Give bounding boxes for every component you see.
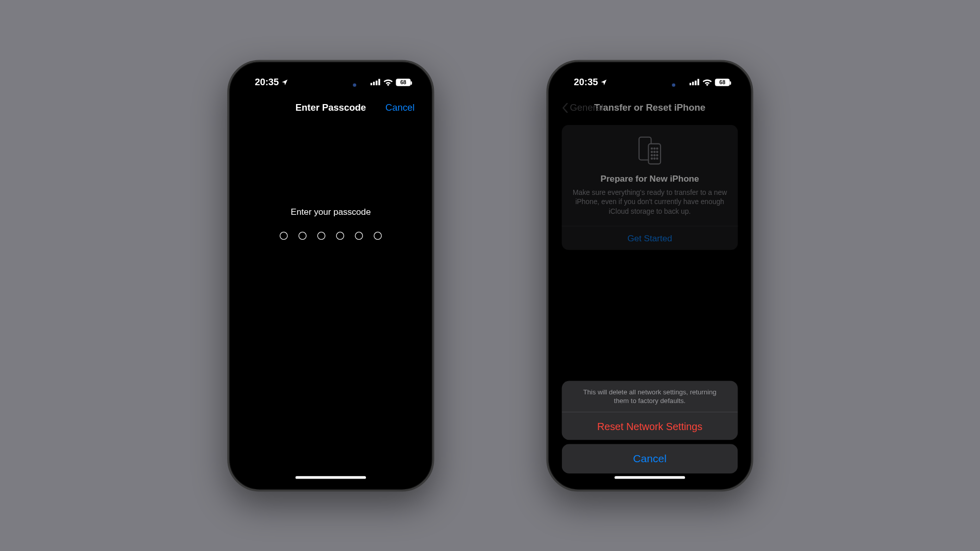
passcode-block: Enter your passcode: [236, 207, 425, 239]
passcode-dot: [298, 232, 306, 240]
passcode-dot: [317, 232, 325, 240]
dynamic-island: [298, 75, 362, 94]
svg-point-14: [654, 151, 655, 152]
get-started-button[interactable]: Get Started: [561, 225, 738, 249]
svg-point-15: [656, 151, 657, 152]
status-left: 20:35: [574, 77, 607, 87]
battery-level: 68: [400, 79, 406, 85]
svg-rect-2: [376, 80, 377, 85]
wifi-icon: [702, 78, 712, 85]
passcode-content: Enter your passcode: [236, 119, 425, 483]
action-sheet: This will delete all network settings, r…: [561, 381, 738, 473]
svg-point-17: [654, 155, 655, 156]
svg-point-10: [651, 147, 652, 148]
svg-point-12: [656, 147, 657, 148]
battery-level: 68: [719, 79, 725, 85]
location-icon: [600, 78, 607, 85]
svg-rect-9: [648, 143, 660, 163]
screen-right: 20:35 68 Gene: [555, 68, 744, 483]
svg-rect-5: [692, 82, 693, 85]
nav-bar-passcode: Enter Passcode Cancel: [236, 95, 425, 119]
svg-point-20: [654, 158, 655, 159]
camera-indicator-dot: [672, 83, 675, 86]
status-right: 68: [370, 78, 410, 85]
battery-icon: 68: [396, 78, 410, 85]
status-right: 68: [689, 78, 729, 85]
passcode-dot: [336, 232, 344, 240]
back-label: General: [570, 102, 603, 113]
battery-icon: 68: [715, 78, 729, 85]
svg-rect-6: [695, 80, 696, 85]
chevron-left-icon: [561, 102, 568, 112]
nav-title: Transfer or Reset iPhone: [594, 102, 705, 113]
prepare-card: Prepare for New iPhone Make sure everyth…: [561, 125, 738, 249]
svg-point-11: [654, 147, 655, 148]
svg-point-16: [651, 155, 652, 156]
status-left: 20:35: [255, 77, 288, 87]
iphone-right: 20:35 68 Gene: [546, 60, 753, 491]
cancel-button[interactable]: Cancel: [385, 102, 414, 113]
home-indicator[interactable]: [614, 476, 684, 479]
svg-point-19: [651, 158, 652, 159]
passcode-prompt: Enter your passcode: [290, 207, 371, 217]
camera-indicator-dot: [353, 83, 356, 86]
cellular-icon: [689, 79, 699, 85]
wifi-icon: [383, 78, 393, 85]
status-time: 20:35: [574, 77, 598, 87]
dynamic-island: [617, 75, 681, 94]
action-sheet-cancel-button[interactable]: Cancel: [561, 444, 738, 473]
svg-rect-7: [697, 79, 699, 85]
action-sheet-message: This will delete all network settings, r…: [561, 381, 738, 412]
status-time: 20:35: [255, 77, 279, 87]
svg-rect-0: [370, 83, 372, 85]
reset-network-settings-button[interactable]: Reset Network Settings: [561, 411, 738, 439]
svg-rect-4: [689, 83, 691, 85]
card-title: Prepare for New iPhone: [600, 173, 699, 183]
passcode-dot: [374, 232, 382, 240]
svg-rect-1: [373, 82, 374, 85]
svg-point-18: [656, 155, 657, 156]
action-sheet-group: This will delete all network settings, r…: [561, 381, 738, 440]
nav-bar-reset: General Transfer or Reset iPhone: [555, 95, 744, 119]
svg-point-21: [656, 158, 657, 159]
nav-title: Enter Passcode: [295, 102, 365, 113]
card-description: Make sure everything's ready to transfer…: [570, 187, 729, 216]
svg-rect-3: [378, 79, 380, 85]
cellular-icon: [370, 79, 380, 85]
iphone-left: 20:35 68 Enter Passcode Can: [227, 60, 434, 491]
screen-left: 20:35 68 Enter Passcode Can: [236, 68, 425, 483]
transfer-devices-icon: [637, 136, 663, 168]
passcode-dot: [279, 232, 287, 240]
location-icon: [281, 78, 288, 85]
passcode-dots[interactable]: [279, 232, 381, 240]
back-button[interactable]: General: [561, 102, 603, 113]
svg-point-13: [651, 151, 652, 152]
passcode-dot: [355, 232, 363, 240]
reset-content: Prepare for New iPhone Make sure everyth…: [555, 119, 744, 483]
home-indicator[interactable]: [295, 476, 365, 479]
